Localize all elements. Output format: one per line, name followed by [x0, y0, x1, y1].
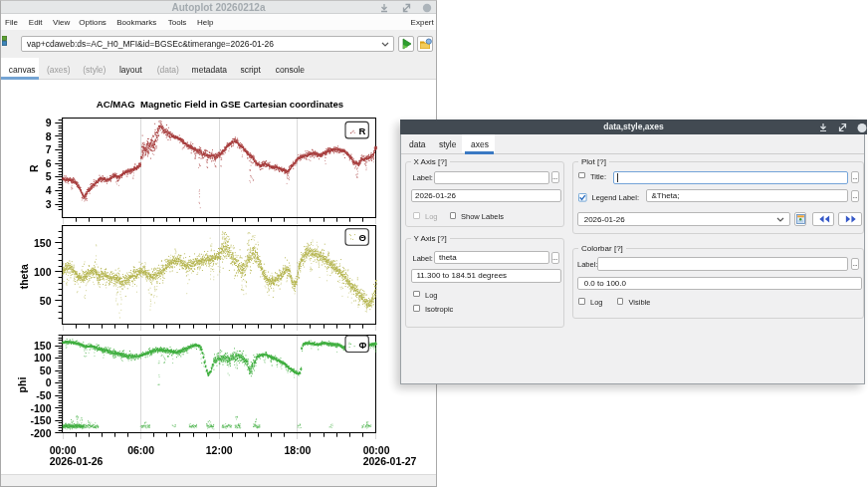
- svg-text:150: 150: [34, 340, 52, 352]
- svg-text:4: 4: [46, 184, 52, 196]
- svg-text:Φ: Φ: [359, 340, 367, 351]
- svg-text:R: R: [359, 125, 366, 136]
- svg-text:9: 9: [46, 117, 52, 128]
- svg-text:-150: -150: [30, 414, 51, 426]
- svg-text:-200: -200: [30, 427, 51, 439]
- svg-text:150: 150: [34, 237, 52, 249]
- svg-text:100: 100: [34, 352, 52, 364]
- svg-text:Θ: Θ: [359, 232, 366, 243]
- svg-text:-100: -100: [30, 402, 51, 414]
- svg-text:3: 3: [46, 198, 52, 210]
- svg-text:0: 0: [46, 376, 52, 388]
- svg-text:50: 50: [40, 295, 52, 307]
- svg-text:12:00: 12:00: [206, 444, 233, 456]
- svg-text:50: 50: [40, 365, 52, 376]
- svg-text:AC/MAG Magnetic Field in GSE: AC/MAG Magnetic Field in GSE Cartesian c…: [97, 99, 343, 110]
- svg-text:7: 7: [46, 143, 52, 155]
- svg-text:6: 6: [46, 157, 52, 169]
- svg-text:-50: -50: [36, 389, 51, 401]
- svg-text:8: 8: [46, 130, 52, 142]
- svg-text:phi: phi: [16, 377, 28, 393]
- svg-text:5: 5: [46, 170, 52, 182]
- svg-text:2026-01-27: 2026-01-27: [363, 455, 417, 467]
- svg-text:2026-01-26: 2026-01-26: [50, 455, 104, 467]
- svg-text:R: R: [28, 164, 40, 172]
- svg-text:theta: theta: [18, 264, 30, 289]
- svg-text:100: 100: [34, 266, 52, 278]
- svg-text:06:00: 06:00: [127, 444, 154, 456]
- svg-text:18:00: 18:00: [284, 444, 311, 456]
